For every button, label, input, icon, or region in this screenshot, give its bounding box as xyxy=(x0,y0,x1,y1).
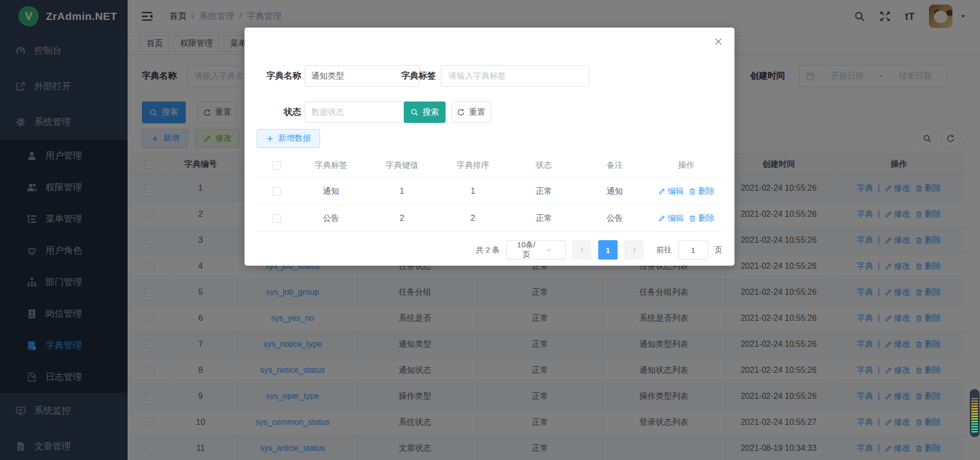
dialog-status-label: 状态 xyxy=(244,101,301,123)
dialog-reset-label: 重置 xyxy=(469,107,485,118)
dialog-table-row: 通知 1 1 正常 通知 编辑 xyxy=(257,178,722,205)
dialog-pagination: 共 2 条 10条/页 1 前往 页 xyxy=(476,240,722,260)
plus-icon xyxy=(266,135,274,143)
trash-icon xyxy=(689,215,696,222)
dict-label-cell: 公告 xyxy=(296,205,366,232)
dialog-table-row: 公告 2 2 正常 公告 编辑 xyxy=(257,205,722,232)
row-delete-link[interactable]: 删除 xyxy=(689,213,715,224)
remark-cell: 公告 xyxy=(579,205,650,232)
row-operations: 编辑 删除 xyxy=(658,213,715,224)
dialog-dict-name-label: 字典名称 xyxy=(244,65,301,87)
dialog-close-icon[interactable] xyxy=(714,37,723,46)
dict-data-dialog: 字典名称 通知类型 字典标签 状态 数据状态 搜索 重置 新增数据 xyxy=(244,28,734,266)
pencil-icon xyxy=(658,188,666,195)
dialog-dict-tag-label: 字典标签 xyxy=(376,65,436,87)
goto-suffix: 页 xyxy=(715,245,722,255)
dialog-reset-button[interactable]: 重置 xyxy=(451,101,491,123)
dialog-select-all-checkbox[interactable] xyxy=(272,161,281,170)
column-header: 状态 xyxy=(508,153,579,177)
remark-cell: 通知 xyxy=(579,178,650,205)
trash-icon xyxy=(689,188,696,195)
row-checkbox[interactable] xyxy=(272,214,281,223)
dialog-dict-tag-input[interactable] xyxy=(441,65,589,87)
dialog-table-body: 通知 1 1 正常 通知 编辑 xyxy=(257,178,722,232)
row-operations: 编辑 删除 xyxy=(658,186,715,197)
row-edit-link[interactable]: 编辑 xyxy=(658,213,684,224)
dict-sort-cell: 2 xyxy=(437,205,508,232)
row-checkbox[interactable] xyxy=(272,187,281,196)
page-number-button[interactable]: 1 xyxy=(598,240,618,260)
search-icon xyxy=(410,108,419,116)
status-cell: 正常 xyxy=(508,205,579,232)
pencil-icon xyxy=(658,215,666,222)
select-placeholder: 数据状态 xyxy=(311,107,406,118)
dict-value-cell: 2 xyxy=(366,205,437,232)
chevron-down-icon xyxy=(537,247,560,253)
goto-prefix: 前往 xyxy=(656,245,672,255)
scrollbar-thumb[interactable] xyxy=(971,397,978,433)
chevron-right-icon xyxy=(631,247,638,253)
dialog-add-data-label: 新增数据 xyxy=(278,133,311,144)
page-size-select[interactable]: 10条/页 xyxy=(506,240,566,260)
dialog-search-label: 搜索 xyxy=(423,107,439,118)
status-cell: 正常 xyxy=(508,178,579,205)
page-size-value: 10条/页 xyxy=(515,240,537,260)
column-header: 备注 xyxy=(579,153,650,177)
dialog-add-data-button[interactable]: 新增数据 xyxy=(257,129,320,148)
dialog-status-select[interactable]: 数据状态 xyxy=(305,101,420,123)
refresh-icon xyxy=(457,108,465,116)
column-header: 字典键值 xyxy=(366,153,437,177)
column-header: 字典排序 xyxy=(437,153,508,177)
dict-sort-cell: 1 xyxy=(437,178,508,205)
dialog-table-header: 字典标签 字典键值 字典排序 状态 备注 操作 xyxy=(257,153,722,178)
column-header: 操作 xyxy=(650,153,722,177)
screen: V ZrAdmin.NET 控制台 外部打开 系统管理 xyxy=(0,0,980,460)
column-header: 字典标签 xyxy=(296,153,366,177)
dict-data-table: 字典标签 字典键值 字典排序 状态 备注 操作 通知 1 1 正常 xyxy=(257,153,722,232)
next-page-button[interactable] xyxy=(624,240,644,260)
dict-value-cell: 1 xyxy=(366,178,437,205)
goto-page-input[interactable] xyxy=(678,240,708,260)
dialog-search-button[interactable]: 搜索 xyxy=(404,101,446,123)
pagination-total: 共 2 条 xyxy=(476,245,500,255)
chevron-left-icon xyxy=(579,247,585,253)
page-scrollbar[interactable] xyxy=(970,389,979,437)
row-delete-link[interactable]: 删除 xyxy=(689,186,715,197)
dict-label-cell: 通知 xyxy=(296,178,366,205)
prev-page-button[interactable] xyxy=(572,240,592,260)
row-edit-link[interactable]: 编辑 xyxy=(658,186,684,197)
